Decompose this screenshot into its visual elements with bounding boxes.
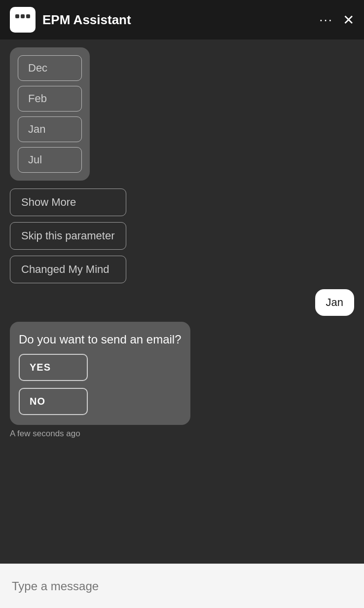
month-feb-button[interactable]: Feb <box>18 86 82 112</box>
app-title: EPM Assistant <box>42 12 319 28</box>
svg-rect-2 <box>26 14 30 18</box>
svg-rect-1 <box>21 14 25 18</box>
email-question-text: Do you want to send an email? <box>19 332 182 347</box>
app-logo <box>10 7 36 33</box>
message-input[interactable] <box>12 579 352 593</box>
user-message-text: Jan <box>326 296 343 308</box>
close-button[interactable]: ✕ <box>343 12 354 28</box>
month-jul-button[interactable]: Jul <box>18 147 82 173</box>
message-timestamp: A few seconds ago <box>10 429 80 439</box>
skip-parameter-button[interactable]: Skip this parameter <box>10 222 126 250</box>
chat-area: Dec Feb Jan Jul Show More Skip this para… <box>0 39 364 564</box>
svg-rect-0 <box>15 14 19 18</box>
action-buttons-group: Show More Skip this parameter Changed My… <box>10 189 126 283</box>
user-message-bubble: Jan <box>315 289 354 316</box>
month-jan-button[interactable]: Jan <box>18 116 82 142</box>
changed-my-mind-button[interactable]: Changed My Mind <box>10 256 126 283</box>
month-selection-bubble: Dec Feb Jan Jul <box>10 47 90 181</box>
logo-icon <box>14 11 31 28</box>
email-question-bubble: Do you want to send an email? YES NO <box>10 322 190 425</box>
show-more-button[interactable]: Show More <box>10 189 126 216</box>
more-button[interactable]: ··· <box>319 12 333 28</box>
no-button[interactable]: NO <box>19 388 88 415</box>
header-actions: ··· ✕ <box>319 12 354 28</box>
app-header: EPM Assistant ··· ✕ <box>0 0 364 39</box>
yes-button[interactable]: YES <box>19 354 88 381</box>
input-area <box>0 564 364 608</box>
month-dec-button[interactable]: Dec <box>18 55 82 81</box>
